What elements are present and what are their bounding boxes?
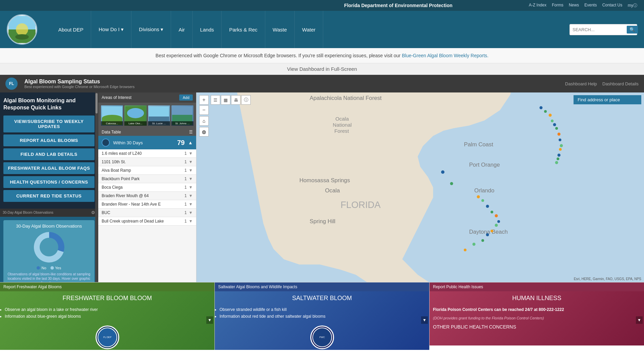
contact-us-link[interactable]: Contact Us bbox=[602, 3, 622, 8]
map-list-view-button[interactable]: ☰ bbox=[211, 95, 220, 105]
algal-bloom-link[interactable]: Blue-Green Algal Bloom Weekly Reports. bbox=[402, 53, 489, 58]
dashboard-details-link[interactable]: Dashboard Details bbox=[602, 81, 639, 86]
row-name-4: Boca Ciega bbox=[102, 185, 184, 190]
health-title: HUMAN ILLNESS bbox=[433, 295, 641, 302]
thumb-2[interactable]: Lake Oke... bbox=[124, 105, 146, 126]
poison-text: Florida Poison Control Centers can be re… bbox=[433, 307, 564, 312]
thumb-4[interactable]: St. Johns ... bbox=[171, 105, 193, 126]
freshwater-bullet-1: Information about blue-green algal bloom… bbox=[5, 314, 210, 319]
how-do-i-link[interactable]: How Do I ▾ bbox=[91, 11, 131, 48]
zoom-in-button[interactable]: + bbox=[199, 95, 209, 105]
legend-yes-dot bbox=[50, 266, 54, 270]
obs-settings-icon[interactable]: ⚙ bbox=[91, 210, 95, 215]
map-info-button[interactable]: ⓘ bbox=[241, 95, 251, 105]
water-link[interactable]: Water bbox=[295, 11, 323, 48]
search-input[interactable] bbox=[573, 27, 627, 32]
health-italic-text: (DOH provides grant funding to the Flori… bbox=[430, 314, 644, 322]
map-address-search-button[interactable]: Find address or place bbox=[574, 95, 641, 104]
dashboard-nav-links: Dashboard Help Dashboard Details bbox=[565, 81, 639, 86]
data-table-title: Data Table bbox=[102, 130, 121, 134]
freshwater-scroll-button[interactable]: ▼ bbox=[206, 316, 213, 324]
areas-header: Areas of Interest Add bbox=[98, 92, 196, 103]
left-scrollbar[interactable] bbox=[95, 92, 98, 282]
air-link[interactable]: Air bbox=[171, 11, 192, 48]
left-scroll-thumb bbox=[96, 93, 98, 113]
row-expand-8[interactable]: ▼ bbox=[189, 219, 193, 224]
row-expand-0[interactable]: ▼ bbox=[189, 151, 193, 156]
news-link[interactable]: News bbox=[569, 3, 579, 8]
freshwater-title-box: FRESHWATER BLOOM BLOOM bbox=[0, 291, 214, 305]
row-expand-2[interactable]: ▼ bbox=[189, 168, 193, 173]
map-dot bbox=[473, 243, 476, 246]
table-row: BUC 1 ▼ bbox=[98, 209, 196, 217]
thumb-1[interactable]: Caloosa... bbox=[101, 105, 123, 126]
health-questions-button[interactable]: HEALTH QUESTIONS / CONCERNS bbox=[3, 176, 95, 188]
add-area-button[interactable]: Add bbox=[179, 94, 193, 101]
parks-rec-link[interactable]: Parks & Rec bbox=[222, 11, 265, 48]
freshwater-header-label: Report Freshwater Algal Blooms bbox=[3, 285, 62, 289]
saltwater-seal-icon: FWC bbox=[310, 326, 334, 349]
row-expand-5[interactable]: ▼ bbox=[189, 193, 193, 198]
map-grid-view-button[interactable]: ▦ bbox=[221, 95, 230, 105]
view-subscribe-button[interactable]: VIEW/SUBSCRIBE TO WEEKLY UPDATES bbox=[3, 115, 95, 132]
thumb-3[interactable]: St. Lucie ... bbox=[148, 105, 170, 126]
svg-text:Ocala: Ocala bbox=[335, 116, 349, 122]
map-area[interactable]: FLORIDA Lynn Haven Panama City Apalachic… bbox=[196, 92, 644, 282]
row-expand-1[interactable]: ▼ bbox=[189, 160, 193, 164]
saltwater-bullets: Observe stranded wildlife or a fish kill… bbox=[215, 305, 429, 323]
row-expand-3[interactable]: ▼ bbox=[189, 176, 193, 181]
row-expand-4[interactable]: ▼ bbox=[189, 185, 193, 190]
saltwater-bullet-0: Observe stranded wildlife or a fish kill bbox=[220, 307, 424, 312]
divisions-link[interactable]: Divisions ▾ bbox=[131, 11, 171, 48]
waste-link[interactable]: Waste bbox=[265, 11, 295, 48]
freshwater-panel: Report Freshwater Algal Blooms ▼ FRESHWA… bbox=[0, 282, 215, 350]
forms-link[interactable]: Forms bbox=[552, 3, 563, 8]
table-expand-button[interactable]: ▲ bbox=[188, 140, 193, 145]
map-home-button[interactable]: ⌂ bbox=[199, 116, 209, 126]
svg-point-8 bbox=[127, 108, 144, 118]
health-scroll-button[interactable]: ▼ bbox=[636, 316, 643, 324]
dashboard-subtitle: Best experienced with Google Chrome or M… bbox=[24, 85, 558, 89]
row-count-7: 1 bbox=[184, 210, 187, 215]
obs-section-header: 30-Day Algal Bloom Observations ⚙ bbox=[0, 209, 98, 216]
events-link[interactable]: Events bbox=[584, 3, 597, 8]
map-dot bbox=[464, 249, 466, 251]
freshwater-bullet-0: Observe an algal bloom in a lake or fres… bbox=[5, 307, 210, 312]
chart-legend: No Yes bbox=[7, 266, 91, 270]
row-count-2: 1 bbox=[184, 168, 187, 173]
map-dot bbox=[441, 170, 444, 174]
az-index-link[interactable]: A-Z Index bbox=[529, 3, 546, 8]
row-count-1: 1 bbox=[184, 160, 187, 164]
row-expand-6[interactable]: ▼ bbox=[189, 202, 193, 207]
map-location-button[interactable]: ◍ bbox=[199, 127, 209, 136]
summary-dot bbox=[102, 139, 110, 147]
user-icon[interactable]: myⓘ bbox=[628, 3, 637, 8]
search-button[interactable]: 🔍 bbox=[627, 26, 638, 34]
quick-links-section: Algal Bloom Monitoring and Response Quic… bbox=[0, 92, 98, 209]
dashboard-main: Algal Bloom Monitoring and Response Quic… bbox=[0, 92, 644, 282]
row-count-6: 1 bbox=[184, 202, 187, 207]
saltwater-scroll-button[interactable]: ▼ bbox=[421, 316, 428, 324]
observations-panel: 30-Day Algal Bloom Observations No bbox=[0, 216, 98, 282]
freshwater-panel-header: Report Freshwater Algal Blooms ▼ bbox=[0, 282, 214, 291]
map-dot bbox=[486, 233, 489, 236]
freshwater-faqs-button[interactable]: FRESHWATER ALGAL BLOOM FAQS bbox=[3, 162, 95, 174]
lands-link[interactable]: Lands bbox=[193, 11, 222, 48]
dashboard-header: FL Algal Bloom Sampling Status Best expe… bbox=[0, 75, 644, 92]
map-dot bbox=[558, 153, 561, 156]
svg-text:Port Orange: Port Orange bbox=[469, 162, 500, 168]
areas-title: Areas of Interest bbox=[102, 95, 131, 100]
thumb-label-1: Caloosa... bbox=[101, 121, 123, 126]
health-panel: Report Public Health Issues ▼ HUMAN ILLN… bbox=[430, 282, 644, 350]
freshwater-bloom-label: BLOOM bbox=[130, 295, 152, 301]
zoom-out-button[interactable]: − bbox=[199, 105, 209, 115]
red-tide-status-button[interactable]: CURRENT RED TIDE STATUS bbox=[3, 190, 95, 202]
report-algal-button[interactable]: REPORT ALGAL BLOOMS bbox=[3, 134, 95, 146]
map-print-button[interactable]: 🖶 bbox=[231, 95, 241, 105]
field-lab-button[interactable]: FIELD AND LAB DETAILS bbox=[3, 148, 95, 160]
row-expand-7[interactable]: ▼ bbox=[189, 210, 193, 215]
about-dep-link[interactable]: About DEP bbox=[51, 11, 91, 48]
dashboard-help-link[interactable]: Dashboard Help bbox=[565, 81, 597, 86]
left-panel-inner: Algal Bloom Monitoring and Response Quic… bbox=[0, 92, 98, 282]
thumb-label-2: Lake Oke... bbox=[124, 121, 146, 126]
